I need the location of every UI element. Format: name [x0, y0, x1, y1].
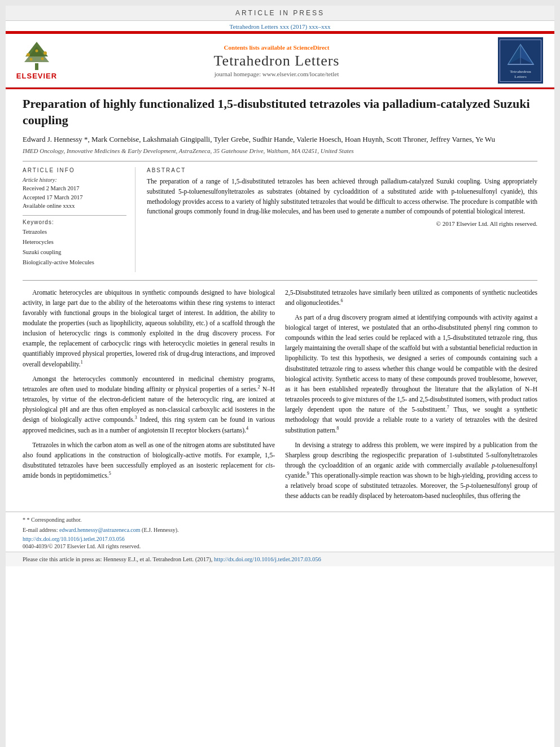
contents-label: Contents lists available at — [224, 44, 292, 51]
keyword-4: Biologically-active Molecules — [23, 257, 126, 268]
keywords-label: Keywords: — [23, 219, 126, 225]
article-title: Preparation of highly functionalized 1,5… — [23, 96, 537, 128]
content-area: Preparation of highly functionalized 1,5… — [6, 89, 554, 511]
journal-header-center: Contents lists available at ScienceDirec… — [62, 44, 491, 77]
tetrahedron-icon — [505, 42, 536, 67]
citation-doi-link[interactable]: http://dx.doi.org/10.1016/j.tetlet.2017.… — [214, 556, 321, 562]
svg-rect-0 — [35, 63, 38, 70]
corresponding-author-note: * * Corresponding author. — [23, 516, 537, 524]
authors-text: Edward J. Hennessy *, Mark Cornebise, La… — [23, 135, 495, 143]
footnote-section: * * Corresponding author. E-mail address… — [6, 512, 554, 552]
abstract-column: ABSTRACT The preparation of a range of 1… — [147, 167, 537, 272]
body-section: Aromatic heterocycles are ubiquitous in … — [23, 280, 537, 506]
keyword-1: Tetrazoles — [23, 227, 126, 237]
body-para-5: As part of a drug discovery program aime… — [285, 312, 537, 435]
issn-copyright: 0040-4039/© 2017 Elsevier Ltd. All right… — [23, 543, 537, 549]
svg-point-7 — [41, 58, 44, 60]
svg-point-4 — [43, 51, 47, 55]
accepted-date: Accepted 17 March 2017 — [23, 193, 126, 202]
keywords-section: Keywords: Tetrazoles Heterocycles Suzuki… — [23, 219, 126, 267]
journal-link-bar: Tetrahedron Letters xxx (2017) xxx–xxx — [6, 21, 554, 31]
available-date: Available online xxxx — [23, 202, 126, 211]
email-label: E-mail address: — [23, 527, 59, 533]
elsevier-wordmark: ELSEVIER — [16, 72, 57, 80]
tetrahedron-logo-text: TetrahedronLetters — [502, 69, 539, 80]
received-date: Received 2 March 2017 — [23, 184, 126, 193]
article-info-column: ARTICLE INFO Article history: Received 2… — [23, 167, 135, 272]
body-left-column: Aromatic heterocycles are ubiquitous in … — [23, 287, 275, 506]
email-link[interactable]: edward.hennessy@astrazeneca.com — [59, 527, 141, 533]
body-para-4: 2,5-Disubstituted tetrazoles have simila… — [285, 287, 537, 308]
history-title: Article history: — [23, 177, 126, 183]
body-para-2: Amongst the heterocycles commonly encoun… — [23, 374, 275, 435]
body-para-1: Aromatic heterocycles are ubiquitous in … — [23, 287, 275, 369]
article-in-press-banner: ARTICLE IN PRESS — [6, 6, 554, 21]
authors-line: Edward J. Hennessy *, Mark Cornebise, La… — [23, 134, 537, 145]
body-para-3: Tetrazoles in which the carbon atom as w… — [23, 440, 275, 481]
info-divider — [23, 215, 126, 216]
abstract-copyright: © 2017 Elsevier Ltd. All rights reserved… — [147, 220, 537, 227]
keyword-2: Heterocycles — [23, 237, 126, 247]
email-footnote: E-mail address: edward.hennessy@astrazen… — [23, 526, 537, 534]
article-info-label: ARTICLE INFO — [23, 167, 126, 173]
doi-link[interactable]: http://dx.doi.org/10.1016/j.tetlet.2017.… — [23, 536, 537, 542]
sciencedirect-bar: Contents lists available at ScienceDirec… — [62, 44, 491, 51]
aip-text: ARTICLE IN PRESS — [235, 9, 325, 17]
keyword-3: Suzuki coupling — [23, 247, 126, 257]
header-area: ELSEVIER Contents lists available at Sci… — [6, 33, 554, 88]
citation-bar: Please cite this article in press as: He… — [6, 552, 554, 566]
abstract-label: ABSTRACT — [147, 167, 537, 173]
svg-point-5 — [36, 50, 38, 53]
sciencedirect-link[interactable]: ScienceDirect — [293, 44, 329, 51]
body-para-6: In devising a strategy to address this p… — [285, 440, 537, 501]
affiliation: IMED Oncology, Innovative Medicines & Ea… — [23, 147, 537, 154]
journal-title: Tetrahedron Letters — [62, 53, 491, 69]
elsevier-tree-icon — [20, 41, 54, 72]
citation-text: Please cite this article in press as: He… — [23, 556, 212, 562]
elsevier-logo: ELSEVIER — [11, 41, 62, 80]
journal-homepage: journal homepage: www.elsevier.com/locat… — [62, 71, 491, 77]
article-history: Article history: Received 2 March 2017 A… — [23, 177, 126, 211]
email-initials: (E.J. Hennessy). — [142, 527, 179, 533]
tetrahedron-logo: TetrahedronLetters — [498, 37, 543, 84]
svg-point-3 — [27, 53, 30, 56]
info-abstract-section: ARTICLE INFO Article history: Received 2… — [23, 161, 537, 272]
body-right-column: 2,5-Disubstituted tetrazoles have simila… — [285, 287, 537, 506]
abstract-text: The preparation of a range of 1,5-disubs… — [147, 177, 537, 217]
page: ARTICLE IN PRESS Tetrahedron Letters xxx… — [6, 6, 554, 747]
journal-link-text: Tetrahedron Letters xxx (2017) xxx–xxx — [230, 23, 331, 30]
svg-point-6 — [30, 58, 33, 61]
